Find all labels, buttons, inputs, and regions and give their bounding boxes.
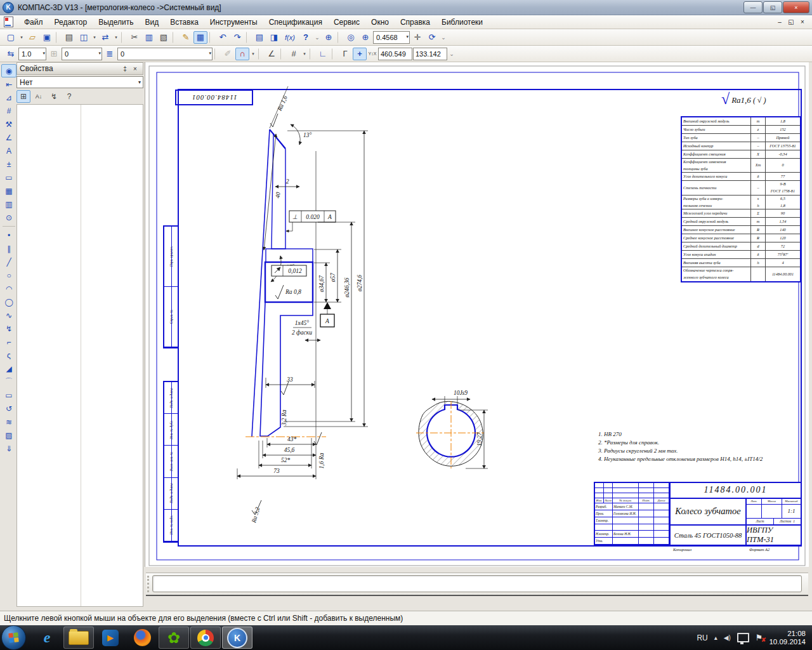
panel-dimensions[interactable]: ⇤ <box>1 77 16 91</box>
panel-views[interactable]: ▭ <box>1 171 16 184</box>
hatch-tool[interactable]: ▨ <box>1 428 16 442</box>
panel-geometry[interactable]: ◉ <box>1 64 16 77</box>
zoom-scale-combo[interactable]: 0.4568 <box>373 31 410 44</box>
bezier-tool[interactable]: ∿ <box>1 308 16 322</box>
toolbar-grip[interactable]: ⌄ <box>448 48 455 60</box>
menu-item[interactable]: Сервис <box>328 16 365 29</box>
close-icon[interactable]: × <box>130 64 140 73</box>
action-center-flag-icon[interactable]: ⚑✘ <box>756 633 763 642</box>
restore-button[interactable]: ◱ <box>763 1 782 13</box>
panel-selection[interactable]: ± <box>1 157 16 171</box>
network-icon[interactable] <box>737 633 749 642</box>
taskbar-explorer[interactable] <box>63 627 94 649</box>
snap-magnet-button[interactable]: ∩ <box>235 48 249 60</box>
menu-item[interactable]: Инструменты <box>204 16 263 29</box>
print-button[interactable]: ▤ <box>62 31 76 44</box>
menu-item[interactable]: Вид <box>140 16 165 29</box>
properties-tree[interactable] <box>16 104 143 607</box>
toolbar-grip[interactable]: ⌄ <box>440 31 447 44</box>
local-cs-button[interactable]: ∟ <box>316 48 330 60</box>
properties-sort-button[interactable]: A↓ <box>32 90 46 103</box>
snap-dropdown[interactable]: ▾ <box>250 48 256 60</box>
circle-tool[interactable]: ○ <box>1 269 16 282</box>
preview-dropdown[interactable]: ▾ <box>91 31 98 44</box>
grid-dropdown[interactable]: ▾ <box>301 48 308 60</box>
cursor-step-combo[interactable]: 1.0 <box>18 48 46 60</box>
quick-line-tool[interactable]: ↯ <box>1 322 16 335</box>
properties-quick-button[interactable]: ↯ <box>47 90 61 103</box>
arc-tool[interactable]: ◠ <box>1 282 16 295</box>
panel-parametrization[interactable]: ∠ <box>1 131 16 144</box>
close-button[interactable]: × <box>783 1 809 13</box>
menu-item[interactable]: Библиотеки <box>436 16 488 29</box>
mdi-close-button[interactable]: × <box>797 17 808 27</box>
taskbar-media-player[interactable]: ▶ <box>95 627 126 649</box>
library-manager-button[interactable]: ◨ <box>267 31 281 44</box>
properties-selector[interactable]: Нет <box>16 76 143 88</box>
fx-button[interactable]: f(x) <box>282 31 298 44</box>
paste-button[interactable]: ▧ <box>157 31 171 44</box>
coord-x-field[interactable]: 460.549 <box>378 48 412 60</box>
copy-button[interactable]: ▥ <box>142 31 156 44</box>
send-button[interactable]: ⇄ <box>98 31 112 44</box>
minimize-button[interactable]: — <box>743 1 763 13</box>
redo-button[interactable]: ↷ <box>230 31 244 44</box>
menu-item[interactable]: Спецификация <box>263 16 328 29</box>
chamfer-tool[interactable]: ◢ <box>1 362 16 375</box>
panel-designations-psp[interactable]: # <box>1 104 16 117</box>
taskbar-firefox[interactable] <box>127 627 157 649</box>
panel-specification[interactable]: ▦ <box>1 184 16 197</box>
zoom-in-button[interactable]: ⊕ <box>358 31 372 44</box>
variables-button[interactable]: ▤ <box>252 31 266 44</box>
drawing-canvas[interactable]: .dim{stroke:#222;stroke-width:0.8;fill:n… <box>145 62 809 567</box>
cut-button[interactable]: ✂ <box>128 31 141 44</box>
menu-item[interactable]: Справка <box>395 16 436 29</box>
taskbar-icq[interactable]: ✿ <box>159 627 189 649</box>
segment-tool[interactable]: ╱ <box>1 255 16 269</box>
menu-item[interactable]: Файл <box>18 16 49 29</box>
title-bar[interactable]: K КОМПАС-3D V13 - [метрология-колесо ->С… <box>0 0 812 15</box>
start-button[interactable] <box>1 625 26 650</box>
specification-button[interactable]: ▦ <box>193 31 207 44</box>
toolbar-grip[interactable]: ⌄ <box>313 31 321 44</box>
ellipse-tool[interactable]: ◯ <box>1 295 16 308</box>
pin-icon[interactable]: ‡ <box>120 64 130 73</box>
paste-object-tool[interactable]: ⇓ <box>1 442 16 455</box>
copy-properties-tool[interactable]: ✐ <box>221 48 235 60</box>
fillet-tool[interactable]: ⌒ <box>1 375 16 388</box>
clock[interactable]: 21:08 10.09.2014 <box>769 630 806 646</box>
taskbar-kompas[interactable]: K <box>222 627 252 649</box>
point-tool[interactable]: • <box>1 229 16 242</box>
ortho-corner-button[interactable]: Γ <box>338 48 352 60</box>
rectangle-tool[interactable]: ▭ <box>1 388 16 402</box>
auxiliary-line-tool[interactable]: ∥ <box>1 242 16 255</box>
zoom-area-button[interactable]: ⊕ <box>322 31 336 44</box>
context-help-button[interactable]: ? <box>299 31 313 44</box>
open-document-button[interactable]: ▱ <box>25 31 39 44</box>
panel-reports[interactable]: ▥ <box>1 197 16 211</box>
undo-button[interactable]: ↶ <box>216 31 230 44</box>
taskbar-internet-explorer[interactable]: e <box>32 627 62 649</box>
new-document-button[interactable]: ▢ <box>4 31 18 44</box>
save-button[interactable]: ▣ <box>40 31 54 44</box>
hidden-icons-arrow[interactable]: ▴ <box>714 634 717 641</box>
grid-button[interactable]: # <box>287 48 301 60</box>
send-dropdown[interactable]: ▾ <box>113 31 119 44</box>
panel-insertions[interactable]: ⊙ <box>1 211 16 224</box>
panel-designations[interactable]: ⊿ <box>1 91 16 104</box>
rounding-button[interactable]: + <box>353 48 367 60</box>
spline-tool[interactable]: ς <box>1 348 16 362</box>
refresh-button[interactable]: ⟳ <box>425 31 439 44</box>
print-preview-button[interactable]: ◫ <box>77 31 91 44</box>
zoom-previous-button[interactable]: ◎ <box>344 31 358 44</box>
speaker-icon[interactable]: ◀) <box>724 634 731 641</box>
menu-item[interactable]: Редактор <box>49 16 93 29</box>
mdi-restore-button[interactable]: ◱ <box>785 17 797 27</box>
collect-contour-tool[interactable]: ↺ <box>1 402 16 415</box>
drag-grip[interactable] <box>147 576 152 592</box>
current-layer-combo[interactable]: 0 <box>117 48 213 60</box>
properties-panel-header[interactable]: Свойства ‡ × <box>16 62 143 75</box>
taskbar-chrome[interactable] <box>190 627 221 649</box>
properties-help-button[interactable]: ? <box>62 90 76 103</box>
multiline-tool[interactable]: ≋ <box>1 415 16 428</box>
